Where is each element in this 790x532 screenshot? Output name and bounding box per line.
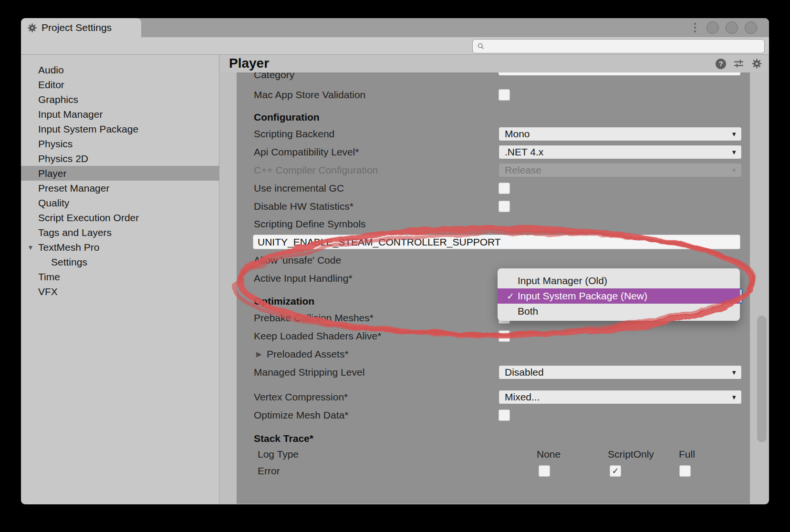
use-incremental-gc-checkbox[interactable] — [499, 183, 510, 194]
scrollbar-thumb[interactable] — [757, 316, 767, 442]
field-row-api-compatibility: Api Compatibility Level* .NET 4.x ▼ — [237, 143, 750, 161]
window-controls — [694, 18, 757, 37]
gear-icon — [27, 23, 37, 33]
field-row-category: Category public.app-category.games — [237, 72, 750, 84]
chevron-down-icon: ▼ — [731, 369, 737, 376]
column-header-scriptonly: ScriptOnly — [608, 449, 654, 460]
field-row-allow-unsafe-code: Allow 'unsafe' Code — [237, 251, 750, 269]
category-label: Category — [254, 72, 294, 81]
sidebar-item-graphics[interactable]: Graphics — [21, 92, 219, 107]
scrollbar-track[interactable] — [750, 72, 769, 504]
sidebar-item-editor[interactable]: Editor — [21, 77, 219, 92]
disable-hw-statistics-checkbox[interactable] — [499, 201, 510, 212]
tab-title: Project Settings — [42, 22, 112, 33]
checkmark-icon: ✓ — [503, 291, 518, 302]
scripting-backend-dropdown[interactable]: Mono ▼ — [499, 127, 742, 141]
field-row-scripting-define-symbols: Scripting Define Symbols — [237, 215, 750, 233]
chevron-down-icon: ▼ — [731, 149, 737, 156]
field-row-preloaded-assets: ▶ Preloaded Assets* — [237, 345, 750, 363]
titlebar: Project Settings — [21, 18, 769, 37]
mac-app-store-validation-checkbox[interactable] — [499, 89, 510, 101]
window-button-1[interactable] — [707, 21, 719, 34]
vertex-compression-dropdown[interactable]: Mixed... ▼ — [499, 390, 742, 404]
column-header-none: None — [537, 449, 561, 460]
kebab-menu-icon[interactable] — [694, 23, 696, 32]
sidebar-item-physics[interactable]: Physics — [21, 136, 219, 151]
sidebar-item-vfx[interactable]: VFX — [21, 284, 219, 299]
content-left-gutter — [219, 72, 237, 504]
menu-item-both[interactable]: ✓ Both — [498, 304, 740, 319]
window-button-3[interactable] — [745, 21, 757, 34]
field-row-use-incremental-gc: Use incremental GC — [237, 179, 750, 197]
foldout-expanded-icon[interactable]: ▼ — [27, 244, 34, 251]
row-error-stack-trace: Error ✓ — [237, 462, 750, 480]
optimize-mesh-data-checkbox[interactable] — [499, 409, 510, 421]
keep-loaded-shaders-alive-checkbox[interactable] — [499, 330, 510, 342]
sidebar-item-time[interactable]: Time — [21, 269, 219, 284]
settings-sidebar: Audio Editor Graphics Input Manager Inpu… — [21, 55, 219, 504]
field-row-keep-loaded-shaders-alive: Keep Loaded Shaders Alive* — [237, 327, 750, 345]
page-title: Player — [229, 56, 269, 71]
search-input[interactable] — [472, 39, 765, 53]
row-log-type-header: Log Type None ScriptOnly Full — [237, 445, 750, 463]
sidebar-item-player[interactable]: Player — [21, 166, 219, 181]
presets-icon[interactable] — [733, 58, 744, 69]
field-row-mac-app-store-validation: Mac App Store Validation — [237, 86, 750, 104]
help-icon[interactable]: ? — [716, 59, 726, 69]
settings-gear-icon[interactable] — [751, 58, 762, 69]
category-field[interactable]: public.app-category.games — [499, 72, 740, 75]
menu-item-input-manager-old[interactable]: ✓ Input Manager (Old) — [498, 273, 740, 288]
api-compatibility-dropdown[interactable]: .NET 4.x ▼ — [499, 145, 742, 159]
chevron-down-icon: ▼ — [731, 167, 737, 174]
foldout-collapsed-icon[interactable]: ▶ — [256, 350, 262, 358]
field-row-optimize-mesh-data: Optimize Mesh Data* — [237, 406, 750, 424]
cpp-compiler-dropdown: Release ▼ — [499, 163, 742, 177]
sidebar-item-audio[interactable]: Audio — [21, 62, 219, 77]
field-row-cpp-compiler: C++ Compiler Configuration Release ▼ — [237, 161, 750, 179]
screenshot-frame: Project Settings Audio — [0, 0, 790, 532]
sidebar-item-input-system-package[interactable]: Input System Package — [21, 122, 219, 136]
tab-project-settings[interactable]: Project Settings — [21, 18, 141, 37]
chevron-down-icon: ▼ — [731, 131, 737, 138]
sidebar-item-tmp-settings[interactable]: Settings — [21, 255, 219, 269]
managed-stripping-level-dropdown[interactable]: Disabled ▼ — [499, 365, 742, 379]
field-row-disable-hw-statistics: Disable HW Statistics* — [237, 197, 750, 215]
menu-item-input-system-package-new[interactable]: ✓ Input System Package (New) — [498, 288, 740, 304]
sidebar-item-input-manager[interactable]: Input Manager — [21, 107, 219, 122]
error-full-checkbox[interactable] — [679, 465, 691, 477]
sidebar-item-preset-manager[interactable]: Preset Manager — [21, 181, 219, 195]
section-configuration: Configuration — [237, 108, 750, 126]
search-icon — [477, 42, 485, 51]
chevron-down-icon: ▼ — [731, 394, 737, 401]
sidebar-item-script-execution-order[interactable]: Script Execution Order — [21, 210, 219, 225]
field-row-vertex-compression: Vertex Compression* Mixed... ▼ — [237, 388, 750, 406]
toolbar — [21, 37, 769, 55]
field-row-scripting-backend: Scripting Backend Mono ▼ — [237, 125, 750, 143]
sidebar-item-textmesh-pro[interactable]: ▼ TextMesh Pro — [21, 240, 219, 255]
sidebar-item-tags-and-layers[interactable]: Tags and Layers — [21, 225, 219, 240]
sidebar-item-physics-2d[interactable]: Physics 2D — [21, 151, 219, 166]
error-scriptonly-checkbox[interactable]: ✓ — [610, 465, 621, 477]
project-settings-window: Project Settings Audio — [21, 18, 769, 504]
scripting-define-symbols-input[interactable]: UNITY_ENABLE_STEAM_CONTROLLER_SUPPORT — [253, 235, 740, 249]
column-header-full: Full — [679, 449, 695, 460]
active-input-handling-menu: ✓ Input Manager (Old) ✓ Input System Pac… — [498, 268, 740, 321]
field-row-managed-stripping-level: Managed Stripping Level Disabled ▼ — [237, 363, 750, 381]
player-settings-panel: Category public.app-category.games Mac A… — [237, 72, 750, 504]
main-header: Player ? — [219, 55, 769, 72]
window-button-2[interactable] — [726, 21, 738, 34]
sidebar-item-quality[interactable]: Quality — [21, 195, 219, 210]
error-none-checkbox[interactable] — [539, 465, 550, 477]
